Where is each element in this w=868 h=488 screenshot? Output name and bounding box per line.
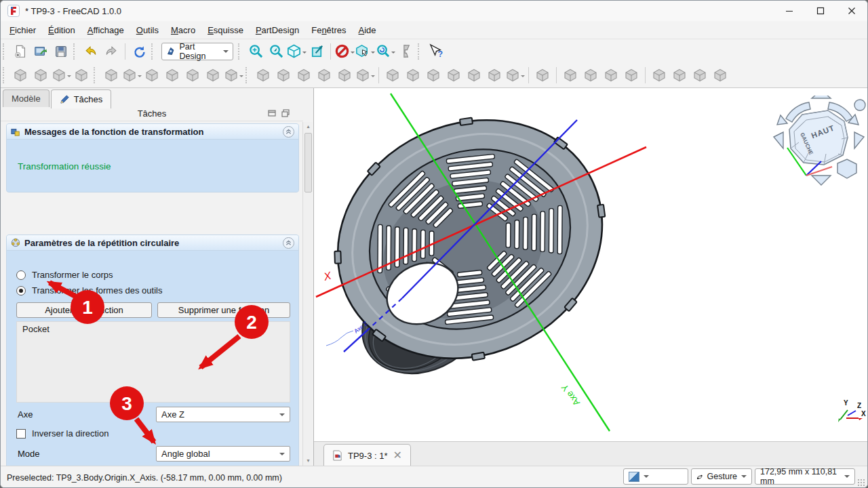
toolbar-grip[interactable] — [245, 67, 251, 83]
scroll-up-icon[interactable]: ▴ — [303, 122, 313, 131]
partdesign-workbench-icon — [166, 46, 175, 56]
additive-helix-icon — [337, 68, 352, 83]
save-document-button[interactable] — [51, 42, 71, 61]
redo-button[interactable] — [101, 42, 121, 61]
svg-text:?: ? — [437, 49, 443, 59]
stop-clip-icon — [334, 43, 350, 59]
menu-affichage[interactable]: Affichage — [81, 23, 130, 37]
zoom-tools-button[interactable] — [375, 42, 395, 61]
whats-this-button[interactable]: ? — [425, 42, 446, 61]
chevron-up-icon — [285, 240, 292, 246]
nav-circle-button[interactable] — [854, 100, 865, 110]
close-tab-icon[interactable]: ✕ — [393, 450, 402, 461]
maximize-button[interactable] — [805, 1, 836, 21]
nav-down-triangle[interactable] — [812, 176, 831, 185]
menu-fenetres[interactable]: Fenêtres — [305, 23, 352, 37]
additive-helix-button — [334, 66, 355, 85]
float-panel-icon[interactable] — [281, 109, 290, 117]
radio-transform-toolshapes[interactable]: Transformer les formes des outils — [16, 285, 162, 296]
navigation-style-selector[interactable]: Gesture — [691, 468, 752, 485]
undo-button[interactable] — [81, 42, 101, 61]
menu-partdesign[interactable]: PartDesign — [250, 23, 305, 37]
refresh-icon — [132, 44, 146, 59]
tab-tasks[interactable]: Tâches — [51, 89, 112, 108]
hole-icon — [406, 68, 420, 83]
remove-feature-button[interactable]: Supprimer une fonction — [157, 302, 290, 318]
menu-outils[interactable]: Outils — [130, 23, 165, 37]
mode-combobox[interactable]: Angle global — [156, 446, 290, 462]
section-polar-pattern-header[interactable]: Paramètres de la répétition circulaire — [7, 235, 298, 251]
toolbar-grip[interactable] — [73, 43, 79, 60]
list-item-pocket[interactable]: Pocket — [17, 322, 290, 336]
section-transform-messages-header[interactable]: Messages de la fonction de transformatio… — [7, 124, 298, 140]
measure-button[interactable] — [395, 42, 416, 61]
pocket-button — [382, 66, 403, 85]
chamfer-button — [580, 66, 601, 85]
zoom-selection-button[interactable] — [266, 42, 286, 61]
menu-macro[interactable]: Macro — [165, 23, 201, 37]
toolbar-grip[interactable] — [151, 43, 157, 60]
panel-header-label: Tâches — [138, 108, 167, 119]
nav-right-triangle[interactable] — [854, 132, 864, 148]
toolbar-grip[interactable] — [94, 67, 99, 83]
isometric-view-button[interactable] — [286, 42, 307, 61]
scroll-down-icon[interactable]: ▾ — [303, 456, 313, 466]
radio-transform-body[interactable]: Transformer le corps — [16, 270, 113, 280]
minimize-button[interactable] — [774, 1, 805, 21]
axis-combobox[interactable]: Axe Z — [156, 407, 290, 422]
menu-edition[interactable]: Édition — [42, 23, 81, 37]
collapse-section-button[interactable] — [283, 126, 294, 138]
transform-status-message: Transformation réussie — [18, 161, 111, 171]
subshapebinder-button — [203, 66, 223, 85]
section-title: Messages de la fonction de transformatio… — [24, 127, 203, 137]
collapse-section-button[interactable] — [283, 237, 294, 249]
3d-viewport[interactable]: Axe Y X Axe Z — [314, 88, 867, 441]
linear-pattern-icon — [672, 68, 687, 83]
refresh-button[interactable] — [129, 42, 149, 61]
close-button[interactable] — [836, 1, 867, 21]
invert-direction-checkbox-row[interactable]: Inverser la direction — [16, 428, 108, 439]
part-strainer-body[interactable] — [314, 88, 642, 401]
workbench-selector[interactable]: Part Design — [161, 43, 233, 60]
rotate-ccw-arrowhead — [777, 115, 787, 125]
fillet-button — [560, 66, 580, 85]
nav-main-cube[interactable]: HAUT GAUCHE — [789, 110, 848, 165]
pad-button — [253, 66, 273, 85]
task-panel-scrollbar[interactable]: ▴ ▾ — [302, 122, 313, 466]
menu-fichier[interactable]: Fichier — [3, 23, 42, 37]
tab-model[interactable]: Modèle — [3, 89, 50, 107]
chevron-down-icon — [371, 75, 375, 79]
add-feature-button[interactable]: Ajouter une fonction — [16, 302, 152, 318]
toolbar-grip[interactable] — [3, 43, 8, 60]
menu-esquisse[interactable]: Esquisse — [201, 23, 250, 37]
nav-mini-cube[interactable] — [837, 159, 856, 178]
feature-list[interactable]: Pocket — [16, 321, 290, 403]
document-tab-label: TP9-3 : 1* — [348, 451, 388, 461]
subshapebinder-icon — [205, 68, 220, 83]
view-plane-button[interactable] — [307, 42, 327, 61]
menu-aide[interactable]: Aide — [353, 23, 382, 37]
nav-left-triangle[interactable] — [774, 132, 783, 148]
axis-label: Axe — [18, 409, 33, 420]
open-document-button[interactable] — [31, 42, 51, 61]
toolbar-grip[interactable] — [238, 43, 243, 60]
new-document-button[interactable] — [10, 42, 31, 61]
zoom-fit-button[interactable] — [245, 42, 266, 61]
resize-grip[interactable] — [857, 479, 865, 487]
document-tab[interactable]: TP9-3 : 1* ✕ — [323, 444, 411, 466]
navigation-cube[interactable]: HAUT GAUCHE — [767, 96, 867, 190]
scrollbar-thumb[interactable] — [304, 133, 312, 192]
draw-style-selector[interactable] — [623, 468, 688, 485]
toolbar-grip[interactable] — [3, 67, 8, 83]
dock-panel-icon[interactable] — [268, 109, 276, 117]
additive-pipe-icon — [317, 68, 332, 83]
nav-up-triangle[interactable] — [812, 96, 831, 98]
toolbar-grip[interactable] — [418, 43, 423, 60]
view-dimensions-selector[interactable]: 172,95 mm x 110,81 mm — [755, 468, 855, 485]
clipping-toggle-button[interactable] — [334, 42, 355, 61]
chevron-down-icon — [844, 475, 850, 481]
additive-primitive-button — [355, 66, 375, 85]
edit-sketch-button — [142, 66, 162, 85]
tab-tasks-label: Tâches — [74, 94, 103, 104]
box-element-selection-button[interactable] — [355, 42, 375, 61]
